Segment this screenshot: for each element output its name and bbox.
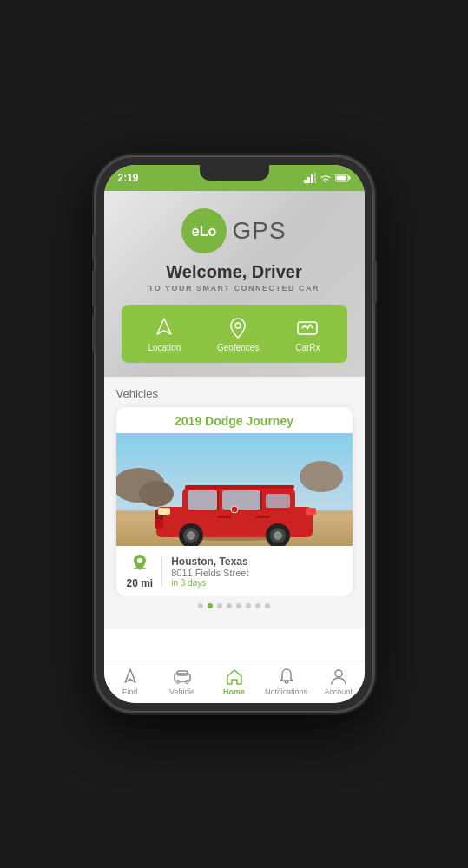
mileage-value: 20 mi <box>127 577 154 589</box>
welcome-title: Welcome, Driver <box>166 262 301 282</box>
vehicle-name: 2019 Dodge Journey <box>116 407 353 433</box>
phone-frame: 2:19 ↗ <box>96 156 373 712</box>
svg-point-10 <box>235 323 241 328</box>
toolbar-geofences[interactable]: Geofences <box>217 315 259 352</box>
svg-rect-26 <box>185 485 294 489</box>
svg-rect-1 <box>307 177 310 183</box>
svg-marker-9 <box>157 319 171 334</box>
geofences-icon <box>226 315 250 339</box>
logo-circle: eLo <box>181 208 227 253</box>
vehicle-card[interactable]: 2019 Dodge Journey <box>116 407 353 596</box>
vertical-divider <box>161 556 162 587</box>
battery-icon <box>335 174 351 182</box>
dot-4 <box>227 603 232 608</box>
toolbar-geofences-label: Geofences <box>217 343 259 352</box>
svg-rect-0 <box>304 180 307 183</box>
nav-account-label: Account <box>324 687 353 696</box>
svg-rect-39 <box>256 516 270 518</box>
vehicle-nav-icon <box>173 667 192 686</box>
svg-rect-29 <box>155 516 163 519</box>
bottom-nav: Find Vehicle Home <box>104 661 365 703</box>
svg-rect-30 <box>158 508 170 515</box>
location-street: 8011 Fields Street <box>171 568 341 578</box>
mileage-block: 20 mi <box>127 553 154 589</box>
mileage-icon <box>130 553 149 575</box>
dot-7 <box>255 603 260 608</box>
svg-rect-22 <box>222 490 261 510</box>
phone-inner: 2:19 ↗ <box>104 165 365 703</box>
svg-rect-38 <box>217 516 231 518</box>
svg-text:eLo: eLo <box>192 224 217 239</box>
location-time: in 3 days <box>171 578 341 588</box>
svg-rect-21 <box>188 490 218 510</box>
svg-point-41 <box>137 558 142 563</box>
dot-3 <box>217 603 222 608</box>
account-nav-icon <box>329 667 348 686</box>
map-pin-distance-icon <box>130 553 149 572</box>
svg-point-14 <box>300 461 343 492</box>
scroll-content: eLo GPS Welcome, Driver TO YOUR SMART CO… <box>104 191 365 661</box>
toolbar-location[interactable]: Location <box>148 315 181 352</box>
svg-rect-3 <box>314 173 316 183</box>
vehicle-info: 20 mi Houston, Texas 8011 Fields Street … <box>116 546 353 596</box>
logo-gps-text: GPS <box>232 217 286 245</box>
svg-rect-23 <box>266 494 290 508</box>
hero-section: eLo GPS Welcome, Driver TO YOUR SMART CO… <box>104 191 365 377</box>
vehicles-header: Vehicles <box>116 387 353 400</box>
dots-indicator <box>116 596 353 619</box>
vehicles-section: Vehicles 2019 Dodge Journey <box>104 377 365 629</box>
svg-point-34 <box>187 531 195 540</box>
svg-rect-2 <box>311 174 313 183</box>
nav-account[interactable]: Account <box>313 667 365 696</box>
toolbar-carrx-label: CarRx <box>295 343 320 352</box>
nav-find[interactable]: Find <box>104 667 156 696</box>
svg-rect-6 <box>348 176 350 180</box>
vehicle-scene-svg <box>116 433 353 546</box>
nav-find-label: Find <box>122 687 138 696</box>
nav-home-label: Home <box>223 687 245 696</box>
svg-rect-7 <box>336 176 346 181</box>
wifi-icon <box>320 173 332 183</box>
dot-8 <box>265 603 270 608</box>
dot-5 <box>236 603 241 608</box>
svg-point-47 <box>335 670 342 677</box>
svg-point-4 <box>325 181 326 183</box>
nav-notifications-label: Notifications <box>265 687 307 696</box>
vehicle-image <box>116 433 353 546</box>
dot-6 <box>246 603 251 608</box>
green-toolbar: Location Geofences <box>122 305 347 363</box>
svg-point-37 <box>274 531 282 540</box>
welcome-sub: TO YOUR SMART CONNECTED CAR <box>148 284 320 293</box>
side-button-left-2 <box>92 269 96 307</box>
nav-vehicle[interactable]: Vehicle <box>156 667 208 696</box>
toolbar-carrx[interactable]: CarRx <box>295 315 320 352</box>
side-button-left-3 <box>92 314 96 352</box>
location-nav-icon <box>152 315 176 339</box>
dot-1 <box>198 603 203 608</box>
svg-point-40 <box>231 506 238 513</box>
location-city: Houston, Texas <box>171 556 341 568</box>
notch <box>200 165 269 181</box>
location-block: Houston, Texas 8011 Fields Street in 3 d… <box>171 556 341 588</box>
svg-rect-31 <box>306 508 316 515</box>
status-time: 2:19 <box>118 172 139 184</box>
dot-2-active <box>208 603 213 608</box>
side-button-left-1 <box>92 234 96 260</box>
notifications-nav-icon <box>277 667 296 686</box>
carrx-icon <box>295 315 320 339</box>
svg-point-15 <box>139 481 174 507</box>
nav-home[interactable]: Home <box>208 667 260 696</box>
logo-container: eLo GPS <box>181 208 286 253</box>
nav-notifications[interactable]: Notifications <box>260 667 313 696</box>
nav-vehicle-label: Vehicle <box>169 687 194 696</box>
toolbar-location-label: Location <box>148 343 181 352</box>
svg-marker-42 <box>125 669 135 682</box>
side-button-right <box>373 260 377 304</box>
signal-icon <box>304 173 316 183</box>
elo-logo-icon: eLo <box>188 215 220 247</box>
status-icons <box>304 173 351 183</box>
find-nav-icon <box>121 667 140 686</box>
home-nav-icon <box>225 667 244 686</box>
